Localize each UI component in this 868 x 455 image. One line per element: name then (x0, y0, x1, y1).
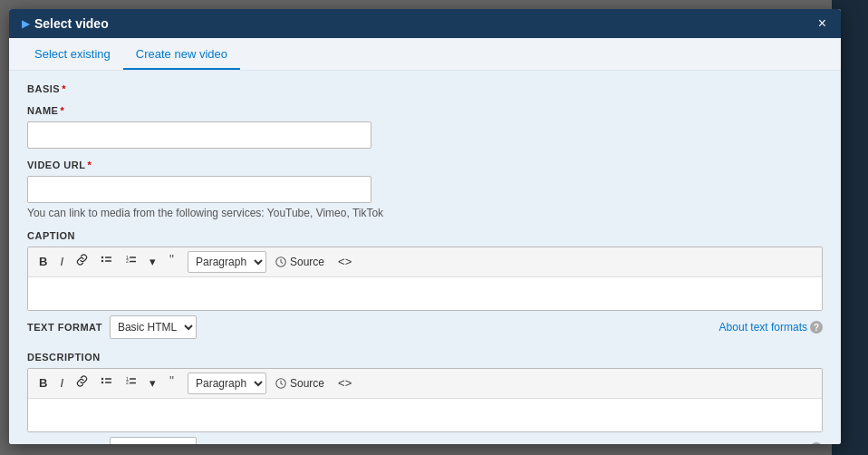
description-numbered-icon: 1. 2. (125, 375, 137, 387)
link-icon (76, 254, 88, 266)
description-toolbar: B I (28, 369, 822, 399)
description-bullet-icon (101, 375, 112, 387)
description-source-icon (275, 377, 287, 390)
caption-text-format-label: TEXT FORMAT (27, 322, 102, 333)
description-format-left: TEXT FORMAT Basic HTML Full HTML Plain t… (27, 437, 197, 444)
description-code-btn[interactable]: <> (333, 373, 357, 394)
description-list-dropdown[interactable]: ▾ (144, 373, 161, 394)
description-editor-area[interactable] (28, 399, 822, 431)
numbered-list-icon: 1. 2. (125, 254, 137, 266)
description-bullet-btn[interactable] (95, 373, 118, 394)
description-rich-text-box: B I (27, 368, 823, 432)
svg-rect-7 (130, 261, 136, 263)
svg-rect-14 (130, 378, 136, 380)
name-input[interactable] (27, 121, 371, 149)
description-source-label: Source (290, 377, 324, 390)
description-link-icon (76, 375, 88, 387)
video-url-input[interactable] (27, 176, 371, 203)
caption-italic-btn[interactable]: I (54, 251, 69, 273)
caption-format-left: TEXT FORMAT Basic HTML Full HTML Plain t… (27, 315, 197, 339)
caption-source-label: Source (290, 256, 324, 268)
description-about-formats-text: About text formats (719, 442, 807, 444)
bullet-list-icon (101, 254, 112, 266)
description-text-format-label: TEXT FORMAT (27, 443, 102, 444)
description-numbered-btn[interactable]: 1. 2. (120, 373, 142, 394)
caption-help-icon: ? (810, 321, 823, 334)
modal-body: BASIS* NAME* VIDEO URL* You can link to … (9, 71, 841, 444)
caption-bullet-btn[interactable] (95, 251, 118, 273)
description-help-icon: ? (810, 442, 823, 444)
svg-text:": " (169, 375, 174, 387)
caption-about-formats-text: About text formats (719, 321, 807, 334)
caption-source-icon (275, 256, 287, 268)
description-paragraph-select[interactable]: Paragraph Heading 1 Heading 2 (188, 373, 266, 394)
caption-format-select[interactable]: Basic HTML Full HTML Plain text (110, 315, 197, 339)
svg-text:": " (169, 254, 174, 266)
svg-point-2 (101, 260, 103, 262)
svg-rect-16 (130, 382, 136, 384)
description-source-btn[interactable]: Source (268, 374, 331, 392)
video-url-required-star: * (87, 160, 92, 170)
tab-create-new-video[interactable]: Create new video (123, 38, 240, 70)
description-italic-btn[interactable]: I (54, 373, 69, 394)
modal-header: Select video × (9, 9, 841, 38)
overlay: Select video × Select existing Create ne… (0, 0, 868, 455)
svg-point-0 (101, 257, 103, 258)
caption-list-dropdown[interactable]: ▾ (144, 251, 161, 273)
caption-section: CAPTION B I (27, 230, 823, 339)
svg-rect-12 (105, 382, 111, 383)
modal-title: Select video (22, 16, 109, 31)
caption-numbered-btn[interactable]: 1. 2. (120, 251, 142, 273)
svg-point-11 (101, 382, 103, 383)
caption-about-formats-link[interactable]: About text formats ? (719, 321, 823, 334)
caption-label: CAPTION (27, 230, 823, 241)
name-required-star: * (60, 105, 64, 116)
name-label: NAME* (27, 105, 823, 116)
basis-label: BASIS* (27, 83, 823, 94)
svg-point-9 (101, 378, 103, 380)
basis-required-star: * (62, 83, 66, 94)
description-label: DESCRIPTION (27, 352, 823, 363)
caption-bold-btn[interactable]: B (34, 251, 53, 273)
basis-section: BASIS* (27, 83, 823, 94)
caption-rich-text-box: B I (27, 247, 823, 311)
modal-close-button[interactable]: × (816, 16, 828, 31)
svg-text:2.: 2. (126, 380, 130, 385)
svg-rect-3 (105, 260, 111, 262)
description-bold-btn[interactable]: B (34, 373, 53, 394)
description-link-btn[interactable] (71, 373, 93, 394)
caption-link-btn[interactable] (71, 251, 93, 273)
caption-paragraph-select[interactable]: Paragraph Heading 1 Heading 2 (188, 251, 266, 273)
svg-rect-10 (105, 378, 111, 380)
video-url-helper: You can link to media from the following… (27, 207, 823, 219)
description-format-row: TEXT FORMAT Basic HTML Full HTML Plain t… (27, 437, 823, 444)
svg-rect-5 (130, 257, 136, 258)
description-blockquote-icon: " (169, 375, 180, 387)
caption-blockquote-btn[interactable]: " (163, 251, 186, 273)
modal-title-text: Select video (34, 16, 109, 31)
caption-code-btn[interactable]: <> (333, 251, 357, 273)
video-url-label: VIDEO URL* (27, 160, 823, 170)
svg-text:2.: 2. (126, 258, 130, 264)
modal: Select video × Select existing Create ne… (9, 9, 841, 444)
caption-source-btn[interactable]: Source (268, 253, 331, 271)
caption-toolbar: B I (28, 247, 822, 277)
caption-editor-area[interactable] (28, 277, 822, 310)
modal-tabs: Select existing Create new video (9, 38, 841, 71)
video-url-field-group: VIDEO URL* You can link to media from th… (27, 160, 823, 219)
blockquote-icon: " (169, 254, 180, 266)
description-section: DESCRIPTION B I (27, 352, 823, 444)
description-format-select[interactable]: Basic HTML Full HTML Plain text (110, 437, 197, 444)
caption-format-row: TEXT FORMAT Basic HTML Full HTML Plain t… (27, 315, 823, 339)
description-about-formats-link[interactable]: About text formats ? (719, 442, 823, 444)
description-blockquote-btn[interactable]: " (163, 373, 186, 394)
name-field-group: NAME* (27, 105, 823, 149)
tab-select-existing[interactable]: Select existing (22, 38, 123, 70)
svg-rect-1 (105, 257, 111, 258)
